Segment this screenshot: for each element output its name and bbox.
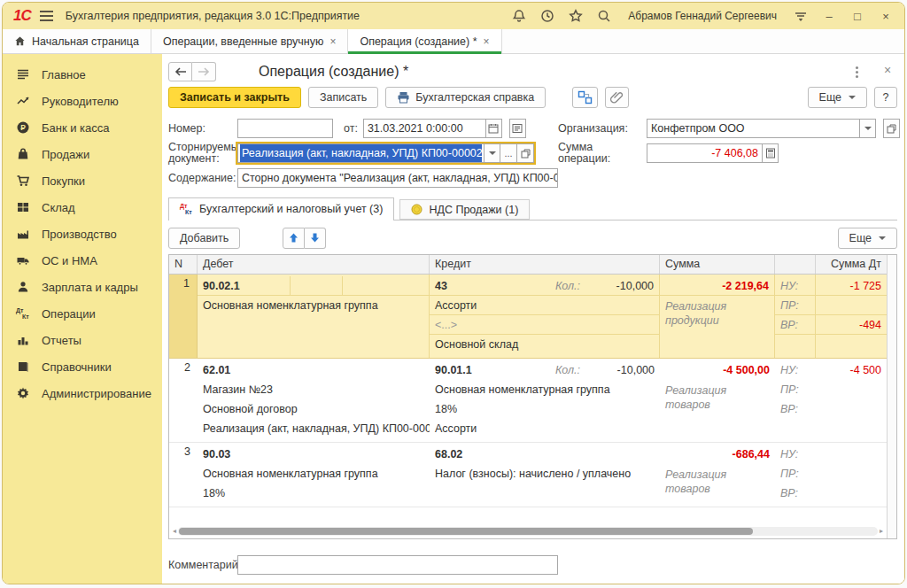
sidebar-item-zarplata-kadry[interactable]: Зарплата и кадры	[3, 274, 162, 300]
tab-vat-sales[interactable]: НДС Продажи (1)	[399, 199, 530, 220]
add-row-button[interactable]: Добавить	[168, 228, 240, 249]
sidebar-item-os-nma[interactable]: ОС и НМА	[3, 247, 162, 274]
col-header-credit[interactable]: Кредит	[430, 255, 660, 274]
tab-close-icon[interactable]: ×	[484, 35, 490, 48]
save-and-close-button[interactable]: Записать и закрыть	[168, 87, 301, 108]
col-header-n[interactable]: N	[169, 255, 198, 274]
history-icon[interactable]	[538, 6, 557, 26]
sidebar-item-bank-kassa[interactable]: Р Банк и касса	[3, 114, 162, 141]
tab-accounting-tax[interactable]: ДтКт Бухгалтерский и налоговый учет (3)	[168, 197, 394, 220]
forward-button[interactable]	[192, 62, 216, 81]
more-button[interactable]: Еще	[808, 87, 867, 108]
operation-sum-input[interactable]: -7 406,08	[647, 143, 762, 163]
sidebar-item-prodazhi[interactable]: Продажи	[3, 141, 162, 167]
sidebar-item-operacii[interactable]: ДтКт Операции	[3, 300, 162, 327]
tab-operation-create[interactable]: Операция (создание) * ×	[348, 29, 501, 53]
move-up-button[interactable]	[283, 228, 305, 249]
horizontal-scrollbar[interactable]: ◂ ▸	[171, 526, 885, 537]
storno-document-input[interactable]: Реализация (акт, накладная, УПД) КП00-00…	[237, 143, 484, 163]
sidebar-item-otchety[interactable]: Отчеты	[3, 327, 162, 353]
nu-value[interactable]: -1 725	[816, 276, 887, 296]
close-window-button[interactable]: ×	[876, 6, 895, 26]
col-header-sum[interactable]: Сумма	[660, 255, 775, 274]
calculator-icon[interactable]	[762, 143, 779, 163]
sum-cell[interactable]: -4 500,00	[660, 360, 775, 380]
sidebar-item-rukovoditelyu[interactable]: Руководителю	[3, 88, 162, 114]
sidebar-item-pokupki[interactable]: Покупки	[3, 167, 162, 194]
kebab-menu-icon[interactable]	[848, 63, 865, 81]
table-row[interactable]: 2 62.01 Магазин №23 Основной договор Реа…	[169, 359, 887, 443]
organization-input[interactable]: Конфетпром ООО	[647, 119, 859, 138]
credit-sub-cell[interactable]: 18%	[430, 399, 660, 419]
storno-dropdown-icon[interactable]	[484, 143, 500, 163]
credit-sub-cell[interactable]: Ассорти	[430, 296, 659, 315]
document-structure-button[interactable]	[572, 87, 598, 108]
search-icon[interactable]	[594, 6, 614, 26]
credit-account-cell[interactable]: 90.01.1 Кол.: -10,000	[430, 360, 660, 380]
col-header-sum-dt[interactable]: Сумма Дт	[816, 255, 887, 274]
date-input[interactable]: 31.03.2021 0:00:00	[363, 119, 485, 138]
col-header-debit[interactable]: Дебет	[198, 255, 430, 274]
help-button[interactable]: ?	[874, 87, 897, 108]
debit-account-cell[interactable]: 90.02.1	[198, 276, 429, 296]
tab-close-icon[interactable]: ×	[329, 35, 336, 48]
debit-sub-cell[interactable]: Основная номенклатурная группа	[198, 296, 429, 315]
scroll-right-icon[interactable]: ▸	[878, 526, 885, 537]
notifications-bell-icon[interactable]	[509, 6, 529, 26]
minimize-button[interactable]: –	[819, 6, 839, 26]
credit-sub-cell[interactable]: Основная номенклатурная группа	[430, 380, 660, 399]
pr-value[interactable]	[816, 296, 887, 315]
content-input[interactable]: Сторно документа "Реализация (акт, накла…	[237, 168, 558, 188]
sidebar-item-sklad[interactable]: Склад	[3, 194, 162, 220]
sidebar-item-spravochniki[interactable]: Справочники	[3, 353, 162, 380]
debit-account-cell[interactable]: 90.03	[198, 445, 430, 464]
nu-value[interactable]	[816, 445, 887, 464]
credit-sub-cell[interactable]: Ассорти	[430, 419, 660, 438]
save-button[interactable]: Записать	[308, 87, 378, 108]
nu-value[interactable]: -4 500	[816, 360, 887, 380]
sidebar-item-glavnoe[interactable]: Главное	[3, 61, 162, 88]
debit-sub-cell[interactable]: Основной договор	[198, 399, 430, 419]
credit-sub-cell[interactable]: <...>	[430, 315, 659, 335]
sidebar-item-administrirovanie[interactable]: Администрирование	[3, 380, 162, 406]
debit-sub-cell[interactable]: Магазин №23	[198, 380, 430, 399]
number-input[interactable]	[237, 119, 333, 138]
sum-cell[interactable]: -686,44	[660, 445, 775, 464]
pick-from-list-icon[interactable]	[509, 119, 526, 138]
credit-sub-cell[interactable]: Основной склад	[430, 335, 659, 354]
storno-choose-button[interactable]: ...	[500, 143, 517, 163]
organization-dropdown-icon[interactable]	[859, 119, 876, 138]
attachments-button[interactable]	[605, 87, 629, 108]
debit-account-cell[interactable]: 62.01	[198, 360, 430, 380]
scrollbar-thumb[interactable]	[179, 528, 753, 535]
credit-account-cell[interactable]: 43 Кол.: -10,000	[430, 276, 659, 296]
comment-input[interactable]	[237, 555, 558, 575]
panel-settings-icon[interactable]	[791, 6, 810, 26]
vr-value[interactable]: -494	[816, 315, 887, 335]
favorites-star-icon[interactable]	[566, 6, 585, 26]
vr-value[interactable]	[816, 399, 887, 419]
credit-sub-cell[interactable]: Налог (взносы): начислено / уплачено	[430, 464, 660, 484]
grid-more-button[interactable]: Еще	[838, 228, 897, 249]
vertical-scrollbar[interactable]	[887, 255, 896, 538]
back-button[interactable]	[168, 62, 192, 81]
scroll-left-icon[interactable]: ◂	[171, 526, 178, 537]
tab-operations-manual[interactable]: Операции, введенные вручную ×	[151, 29, 348, 53]
storno-open-icon[interactable]	[517, 143, 534, 163]
organization-open-icon[interactable]	[883, 119, 900, 138]
move-down-button[interactable]	[305, 228, 326, 249]
main-menu-icon[interactable]	[40, 8, 53, 24]
vr-value[interactable]	[816, 484, 887, 503]
table-row[interactable]: 3 90.03 Основная номенклатурная группа 1…	[169, 443, 887, 507]
current-user[interactable]: Абрамов Геннадий Сергеевич	[628, 10, 777, 22]
pr-value[interactable]	[816, 380, 887, 399]
debit-sub-cell[interactable]: 18%	[198, 484, 430, 503]
calendar-icon[interactable]	[485, 119, 502, 138]
debit-sub-cell[interactable]: Реализация (акт, накладная, УПД) КП00-00…	[198, 419, 430, 438]
sidebar-item-proizvodstvo[interactable]: Производство	[3, 220, 162, 247]
tab-home[interactable]: Начальная страница	[3, 29, 151, 53]
table-row[interactable]: 1 90.02.1 Основная номенклатурная группа…	[169, 275, 887, 359]
accounting-reference-button[interactable]: Бухгалтерская справка	[385, 87, 546, 108]
maximize-button[interactable]: □	[848, 6, 867, 26]
pr-value[interactable]	[816, 464, 887, 484]
